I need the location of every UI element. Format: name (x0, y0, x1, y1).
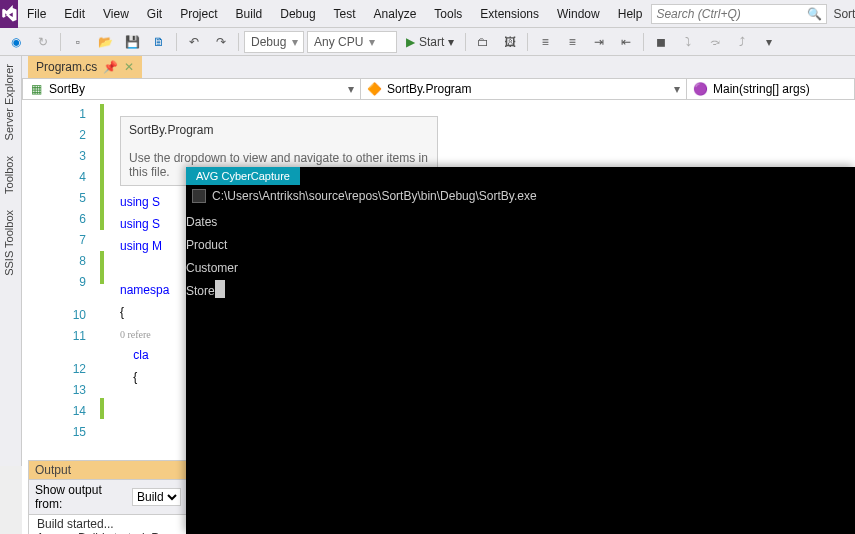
step-into-button[interactable]: ⤵ (676, 31, 700, 53)
console-window[interactable]: AVG CyberCapture C:\Users\Antriksh\sourc… (186, 167, 855, 534)
quick-search[interactable]: 🔍 (651, 4, 827, 24)
line-number: 1 (22, 104, 86, 125)
line-number: 14 (22, 401, 86, 422)
solution-name-trunc: Sort (827, 7, 855, 21)
code-line: namespa (120, 283, 169, 297)
line-number: 3 (22, 146, 86, 167)
nav-project-dropdown[interactable]: ▦ SortBy ▾ (23, 79, 361, 99)
line-number: 9 (22, 272, 86, 293)
platform-dropdown[interactable]: Any CPU ▾ (307, 31, 397, 53)
left-tool-rail: Server Explorer Toolbox SSIS Toolbox (0, 56, 22, 466)
tooltip-title: SortBy.Program (129, 123, 429, 137)
new-project-button[interactable]: ▫ (66, 31, 90, 53)
nav-member-dropdown[interactable]: 🟣 Main(string[] args) (687, 79, 854, 99)
nav-project-label: SortBy (49, 82, 85, 96)
bookmark-button[interactable]: ◼ (649, 31, 673, 53)
menu-debug[interactable]: Debug (271, 0, 324, 28)
line-number: 13 (22, 380, 86, 401)
codelens-references[interactable]: 0 refere (120, 329, 151, 340)
rail-ssis-toolbox[interactable]: SSIS Toolbox (0, 202, 18, 284)
line-number: 15 (22, 422, 86, 443)
console-icon (192, 189, 206, 203)
menu-build[interactable]: Build (227, 0, 272, 28)
menu-tools[interactable]: Tools (425, 0, 471, 28)
back-button[interactable]: ◉ (4, 31, 28, 53)
platform-label: Any CPU (314, 35, 363, 49)
search-input[interactable] (656, 7, 807, 21)
menu-analyze[interactable]: Analyze (365, 0, 426, 28)
change-indicator (100, 104, 104, 419)
open-button[interactable]: 📂 (93, 31, 117, 53)
start-button[interactable]: ▶ Start ▾ (400, 35, 460, 49)
class-icon: 🔶 (367, 82, 381, 96)
file-tab-program[interactable]: Program.cs 📌 ✕ (28, 56, 142, 78)
toolbar-overflow[interactable]: ▾ (757, 31, 781, 53)
play-icon: ▶ (406, 35, 415, 49)
pin-icon[interactable]: 📌 (103, 60, 118, 74)
line-number: 7 (22, 230, 86, 251)
search-icon: 🔍 (807, 7, 822, 21)
step-over-button[interactable]: ⤼ (703, 31, 727, 53)
menu-project[interactable]: Project (171, 0, 226, 28)
csharp-project-icon: ▦ (29, 82, 43, 96)
uncomment-button[interactable]: ≡ (560, 31, 584, 53)
comment-button[interactable]: ≡ (533, 31, 557, 53)
output-source-dropdown[interactable]: Build (132, 488, 181, 506)
console-titlebar[interactable]: C:\Users\Antriksh\source\repos\SortBy\bi… (186, 185, 855, 207)
output-title[interactable]: Output (28, 460, 188, 480)
menu-test[interactable]: Test (325, 0, 365, 28)
nav-class-dropdown[interactable]: 🔶 SortBy.Program ▾ (361, 79, 687, 99)
indent-button[interactable]: ⇥ (587, 31, 611, 53)
console-title: C:\Users\Antriksh\source\repos\SortBy\bi… (212, 189, 537, 203)
avg-label: AVG CyberCapture (186, 167, 300, 185)
start-label: Start (419, 35, 444, 49)
console-line: Dates (186, 211, 855, 234)
config-label: Debug (251, 35, 286, 49)
redo-button[interactable]: ↷ (209, 31, 233, 53)
code-nav-bar: ▦ SortBy ▾ 🔶 SortBy.Program ▾ 🟣 Main(str… (22, 78, 855, 100)
console-line: Product (186, 234, 855, 257)
step-out-button[interactable]: ⤴ (730, 31, 754, 53)
chevron-down-icon: ▾ (292, 35, 298, 49)
menu-extensions[interactable]: Extensions (471, 0, 548, 28)
line-number: 2 (22, 125, 86, 146)
nav-class-label: SortBy.Program (387, 82, 471, 96)
code-line: using M (120, 239, 162, 253)
line-number: 10 (22, 293, 86, 326)
outdent-button[interactable]: ⇤ (614, 31, 638, 53)
line-number: 6 (22, 209, 86, 230)
menu-help[interactable]: Help (609, 0, 652, 28)
line-number: 11 (22, 326, 86, 347)
config-dropdown[interactable]: Debug ▾ (244, 31, 304, 53)
code-line: cla (120, 348, 149, 362)
properties-button[interactable]: 🖼 (498, 31, 522, 53)
code-line: using S (120, 217, 160, 231)
undo-button[interactable]: ↶ (182, 31, 206, 53)
menu-bar: File Edit View Git Project Build Debug T… (0, 0, 855, 28)
method-icon: 🟣 (693, 82, 707, 96)
menu-edit[interactable]: Edit (55, 0, 94, 28)
vs-logo (0, 0, 18, 28)
output-source-label: Show output from: (35, 483, 126, 511)
forward-button[interactable]: ↻ (31, 31, 55, 53)
avg-overlay-bar: AVG CyberCapture (186, 167, 855, 185)
output-panel: Output Show output from: Build Build sta… (28, 460, 188, 534)
nav-member-label: Main(string[] args) (713, 82, 810, 96)
menu-view[interactable]: View (94, 0, 138, 28)
standard-toolbar: ◉ ↻ ▫ 📂 💾 🗎 ↶ ↷ Debug ▾ Any CPU ▾ ▶ Star… (0, 28, 855, 56)
output-text[interactable]: Build started... 1>------ Build started:… (28, 515, 188, 534)
code-line: using S (120, 195, 160, 209)
rail-toolbox[interactable]: Toolbox (0, 148, 18, 202)
save-all-button[interactable]: 🗎 (147, 31, 171, 53)
menu-git[interactable]: Git (138, 0, 171, 28)
find-in-files-button[interactable]: 🗀 (471, 31, 495, 53)
menu-window[interactable]: Window (548, 0, 609, 28)
code-line: { (120, 370, 137, 384)
console-output[interactable]: DatesProductCustomerStore (186, 207, 855, 534)
console-line: Store (186, 280, 855, 303)
document-tabs: Program.cs 📌 ✕ (0, 56, 855, 78)
save-button[interactable]: 💾 (120, 31, 144, 53)
menu-file[interactable]: File (18, 0, 55, 28)
rail-server-explorer[interactable]: Server Explorer (0, 56, 18, 148)
close-icon[interactable]: ✕ (124, 60, 134, 74)
